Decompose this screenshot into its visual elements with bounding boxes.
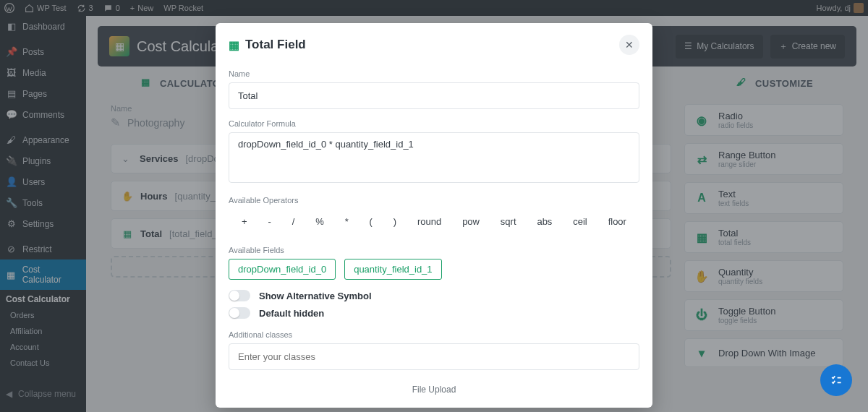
close-button[interactable]: ✕ (619, 35, 639, 55)
operator-button[interactable]: + (231, 210, 258, 233)
formula-textarea[interactable] (229, 132, 639, 183)
operator-button[interactable]: pow (452, 210, 490, 233)
operator-button[interactable]: ceil (563, 210, 597, 233)
checklist-icon (829, 373, 843, 387)
default-hidden-label: Default hidden (259, 308, 324, 319)
help-fab[interactable] (820, 364, 852, 396)
total-field-modal: ▦ Total Field ✕ Name Calculator Formula … (216, 23, 652, 408)
classes-label: Additional classes (229, 330, 639, 339)
alt-symbol-label: Show Alternative Symbol (259, 291, 372, 301)
modal-title: Total Field (245, 38, 306, 52)
fields-label: Available Fields (229, 246, 639, 254)
operator-button[interactable]: * (335, 210, 359, 233)
close-icon: ✕ (625, 39, 634, 51)
default-hidden-toggle[interactable] (229, 307, 250, 319)
calculator-icon: ▦ (229, 38, 239, 52)
name-input[interactable] (229, 82, 639, 109)
alt-symbol-toggle[interactable] (229, 290, 250, 301)
formula-label: Calculator Formula (229, 119, 639, 128)
operator-button[interactable]: / (282, 210, 305, 233)
operator-button[interactable]: floor (598, 210, 637, 233)
operator-button[interactable]: % (305, 210, 334, 233)
classes-input[interactable] (229, 343, 639, 370)
operator-button[interactable]: - (258, 210, 281, 233)
operator-button[interactable]: sqrt (490, 210, 527, 233)
operator-button[interactable]: abs (527, 210, 562, 233)
operator-button[interactable]: ( (359, 210, 383, 233)
name-label: Name (229, 69, 639, 78)
field-chip[interactable]: quantity_field_id_1 (344, 259, 441, 280)
operators-label: Available Operators (229, 196, 639, 205)
operator-button[interactable]: ) (383, 210, 407, 233)
file-upload-hint: File Upload (229, 385, 639, 395)
operator-button[interactable]: round (407, 210, 451, 233)
field-chip[interactable]: dropDown_field_id_0 (229, 259, 336, 280)
